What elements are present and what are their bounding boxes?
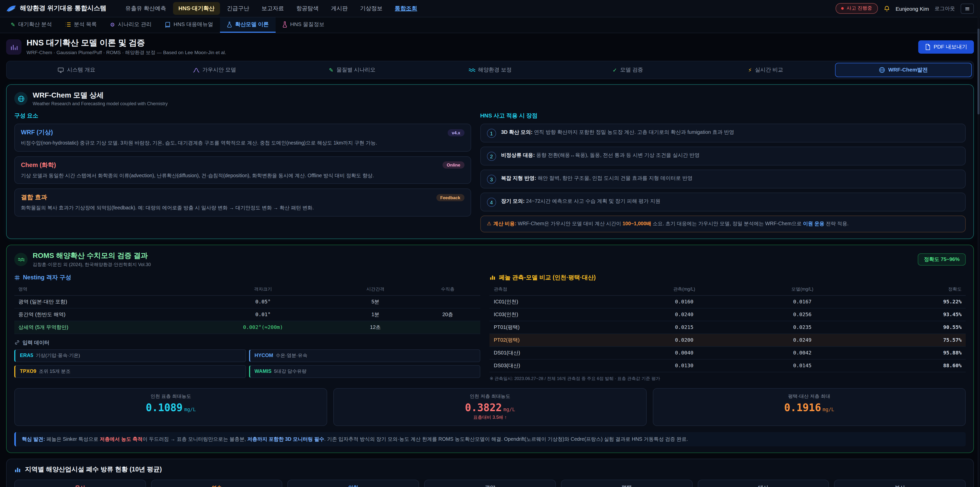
- advantage-number: 1: [487, 129, 496, 138]
- advantage-desc: 해안 절벽, 항만 구조물, 인접 도시의 건물 효과를 지형 데이터로 반영: [538, 175, 693, 181]
- tab-gaussian-model[interactable]: 가우시안 모델: [146, 63, 283, 77]
- subnav-item-hns-substance[interactable]: HNS 물질정보: [275, 18, 331, 33]
- region-name: 울산: [18, 484, 142, 487]
- bell-icon: [883, 5, 890, 12]
- nav-item-aerial-search[interactable]: 항공탐색: [291, 2, 325, 15]
- menu-button[interactable]: ≡: [961, 3, 974, 14]
- table-row: DS01(대산) 0.0040 0.0042 95.88%: [490, 346, 966, 359]
- stat-label: 인천 저층 최대농도: [339, 393, 641, 400]
- advantage-number: 2: [487, 152, 496, 161]
- component-card-chem: Chem (화학) Online 기상 모델과 동일한 시간 스텝에서 화학종의…: [14, 156, 471, 184]
- subnav-item-model-theory[interactable]: 확산모델 이론: [220, 18, 275, 33]
- pencil-icon: ✎: [11, 21, 15, 27]
- component-card-wrf: WRF (기상) v4.x 비정수압(non-hydrostatic) 중규모 …: [14, 124, 471, 152]
- nesting-table: 영역 격자크기 시간간격 수직층 광역 (일본·대만 포함) 0.05° 5분: [14, 285, 480, 334]
- wing-logo-icon: [6, 4, 16, 13]
- monitor-icon: [58, 67, 64, 73]
- region-name: 대산: [701, 484, 825, 487]
- nav-item-board[interactable]: 게시판: [325, 2, 353, 15]
- table-header-row: 영역 격자크기 시간간격 수직층: [14, 285, 480, 295]
- pdf-export-button[interactable]: PDF 내보내기: [918, 40, 974, 54]
- region-card-incheon: 인천 91,658 m³/일 1,372kg/일: [288, 480, 419, 487]
- table-row: DS03(대산) 0.0130 0.0145 88.60%: [490, 359, 966, 372]
- table-header-row: 관측점 관측(mg/L) 모델(mg/L) 정확도: [490, 285, 966, 295]
- page-icon: [6, 39, 21, 55]
- globe-icon: [14, 92, 27, 105]
- nesting-heading: Nesting 격자 구성: [14, 273, 480, 281]
- main-menu: 유출유 확산예측 HNS·대기확산 긴급구난 보고자료 항공탐색 게시판 기상정…: [120, 2, 423, 15]
- region-card-pyeongtaek: 평택 85,475 m³/일 741kg/일: [561, 480, 692, 487]
- pencil-icon: ✎: [329, 67, 334, 73]
- stat-unit: mg/L: [503, 406, 515, 412]
- notification-bell-button[interactable]: [883, 5, 890, 12]
- incident-status-badge: 사고 진행중: [836, 3, 878, 14]
- component-desc: 화학물질의 복사 효과가 기상장에 되먹임(feedback). 예: 대량의 …: [21, 204, 464, 212]
- nav-item-oil-spill[interactable]: 유출유 확산예측: [120, 2, 172, 15]
- tab-wrf-chem[interactable]: WRF-Chem발전: [835, 63, 972, 77]
- tab-realtime-compare[interactable]: ⚡ 실시간 비교: [697, 63, 834, 77]
- book-icon: [165, 22, 170, 27]
- advantages-heading: HNS 사고 적용 시 장점: [480, 112, 966, 120]
- input-item-era5: ERA5기상(기압·풍속·기온): [14, 349, 246, 362]
- subnav-item-scenario-manage[interactable]: ⚙ 시나리오 관리: [103, 18, 158, 33]
- input-item-hycom: HYCOM수온·염분·유속: [249, 349, 480, 362]
- section-subtitle: 김창훈·이문진 외 (2024), 한국해양환경·안전학회지 Vol.30: [33, 261, 151, 268]
- nav-item-emergency-rescue[interactable]: 긴급구난: [221, 2, 255, 15]
- nav-item-weather[interactable]: 기상정보: [355, 2, 388, 15]
- tab-substance-scenario[interactable]: ✎ 물질별 시나리오: [284, 63, 421, 77]
- comparison-table: 관측점 관측(mg/L) 모델(mg/L) 정확도 IC01(인천) 0.016…: [490, 285, 966, 372]
- nav-item-integrated-search[interactable]: 통합조회: [389, 2, 423, 15]
- document-icon: [925, 44, 931, 50]
- component-badge: Feedback: [436, 194, 464, 201]
- subnav-item-hns-manual[interactable]: HNS 대응매뉴얼: [158, 18, 220, 33]
- tab-system-overview[interactable]: 시스템 개요: [8, 63, 145, 77]
- table-row: 광역 (일본·대만 포함) 0.05° 5분: [14, 295, 480, 308]
- warning-icon: ⚠: [487, 220, 491, 226]
- table-row-highlighted: PT02(평택) 0.0200 0.0249 75.57%: [490, 334, 966, 346]
- comparison-column: 페놀 관측-모델 비교 (인천·평택·대산) 관측점 관측(mg/L) 모델(m…: [490, 273, 966, 382]
- tab-model-validation[interactable]: ✓ 모델 검증: [559, 63, 696, 77]
- advantage-desc: 24~72시간 예측으로 사고 수습 계획 및 장기 피해 평가 지원: [526, 198, 660, 204]
- input-item-tpxo9: TPXO9조위 15개 분조: [14, 365, 246, 378]
- component-desc: 기상 모델과 동일한 시간 스텝에서 화학종의 이류(advection), 난…: [21, 172, 464, 179]
- advantage-item: 2 비정상류 대응: 풍향 전환(해풍↔육풍), 돌풍, 전선 통과 등 시변 …: [480, 147, 966, 166]
- region-card-gwangyang: 광양 86,395 m³/일 781kg/일: [424, 480, 555, 487]
- gaussian-curve-icon: [192, 67, 199, 73]
- tab-bar: 시스템 개요 가우시안 모델 ✎ 물질별 시나리오 해양환경 보정 ✓ 모델 검…: [6, 61, 974, 79]
- scrollbar[interactable]: [977, 0, 980, 487]
- advantage-title: 장기 모의:: [501, 198, 525, 204]
- brand-name: 해양환경 위기대응 통합시스템: [20, 4, 107, 13]
- cost-warning: ⚠계산 비용: WRF-Chem은 가우시안 모델 대비 계산 시간이 100~…: [480, 216, 966, 232]
- logout-button[interactable]: 로그아웃: [935, 5, 955, 12]
- components-column: 구성 요소 WRF (기상) v4.x 비정수압(non-hydrostatic…: [14, 112, 471, 232]
- list-icon: [65, 22, 71, 27]
- sub-navbar: ✎ 대기확산 분석 분석 목록 ⚙ 시나리오 관리 HNS 대응매뉴얼 확산모델…: [0, 18, 980, 33]
- stat-card-surface-max: 인천 표층 최대농도 0.1089mg/L: [14, 388, 328, 426]
- advantage-number: 4: [487, 198, 496, 207]
- bar-chart-icon: [490, 274, 496, 280]
- lightning-icon: ⚡: [748, 67, 752, 73]
- component-name: WRF (기상): [21, 128, 53, 137]
- nav-item-hns-atmospheric[interactable]: HNS·대기확산: [173, 2, 220, 15]
- input-data-heading: 입력 데이터: [14, 339, 480, 346]
- stat-sub: 표층대비 3.5배 ↑: [339, 415, 641, 421]
- table-row: PT01(평택) 0.0215 0.0235 90.55%: [490, 321, 966, 334]
- app-logo[interactable]: 해양환경 위기대응 통합시스템: [6, 4, 107, 13]
- component-badge: v4.x: [448, 129, 464, 136]
- stat-unit: mg/L: [184, 406, 196, 412]
- nav-item-reports[interactable]: 보고자료: [256, 2, 290, 15]
- tab-marine-correction[interactable]: 해양환경 보정: [422, 63, 558, 77]
- region-name: 부산: [838, 484, 962, 487]
- key-finding-callout: 핵심 발견: 페놀은 Sinker 특성으로 저층에서 농도 축적이 두드러짐 …: [14, 432, 966, 446]
- region-name: 인천: [291, 484, 415, 487]
- comparison-note: ※ 관측일시: 2023.06.27~28 / 전체 16개 관측점 중 주요 …: [490, 376, 966, 382]
- scrollbar-thumb[interactable]: [977, 29, 980, 114]
- component-badge: Online: [443, 161, 465, 169]
- subnav-item-atmos-analysis[interactable]: ✎ 대기확산 분석: [4, 18, 59, 33]
- page-title: HNS 대기확산 모델 이론 및 검증: [27, 38, 226, 48]
- stat-value: 0.3822: [465, 401, 502, 414]
- advantage-title: 복잡 지형 반영:: [501, 175, 536, 181]
- stat-card-bottom-max: 인천 저층 최대농도 0.3822mg/L 표층대비 3.5배 ↑: [334, 388, 647, 426]
- subnav-item-analysis-list[interactable]: 분석 목록: [59, 18, 103, 33]
- compare-heading: 페놀 관측-모델 비교 (인천·평택·대산): [490, 273, 966, 281]
